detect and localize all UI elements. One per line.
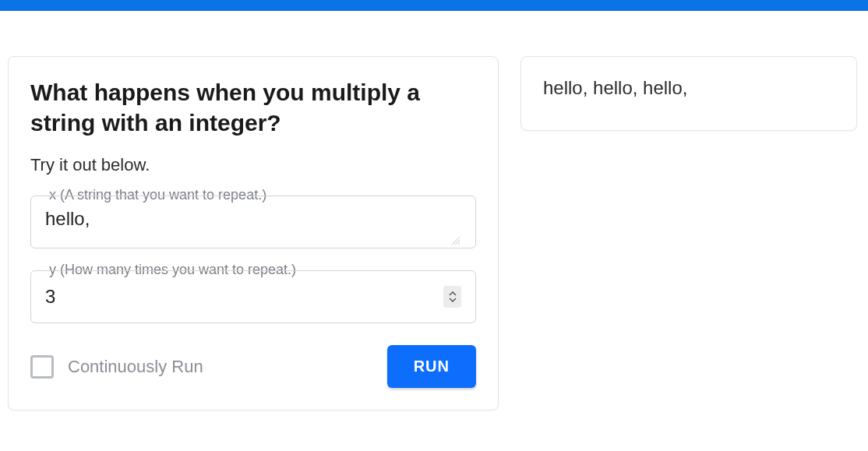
y-input[interactable] (45, 286, 443, 308)
field-y: y (How many times you want to repeat.) (30, 270, 476, 323)
top-bar (0, 0, 868, 11)
output-text: hello, hello, hello, (543, 77, 834, 99)
chevron-up-icon (448, 291, 457, 297)
input-card: What happens when you multiply a string … (8, 56, 499, 410)
continuous-run-label: Continuously Run (68, 357, 203, 377)
run-button[interactable]: RUN (387, 345, 476, 388)
output-card: hello, hello, hello, (520, 56, 857, 131)
svg-line-2 (458, 243, 460, 245)
field-x: x (A string that you want to repeat.) (30, 196, 476, 248)
x-input[interactable] (45, 206, 461, 238)
field-x-input-wrap (30, 196, 476, 248)
field-y-input-wrap (30, 270, 476, 323)
svg-line-1 (455, 240, 460, 245)
footer-row: Continuously Run RUN (30, 345, 476, 388)
continuous-run-checkbox[interactable] (30, 355, 54, 379)
svg-line-0 (452, 237, 460, 245)
page-subtitle: Try it out below. (30, 155, 476, 175)
page: What happens when you multiply a string … (0, 11, 868, 418)
chevron-down-icon (448, 297, 457, 302)
continuous-run-group: Continuously Run (30, 355, 203, 379)
page-title: What happens when you multiply a string … (30, 77, 476, 138)
number-stepper[interactable] (443, 286, 461, 308)
